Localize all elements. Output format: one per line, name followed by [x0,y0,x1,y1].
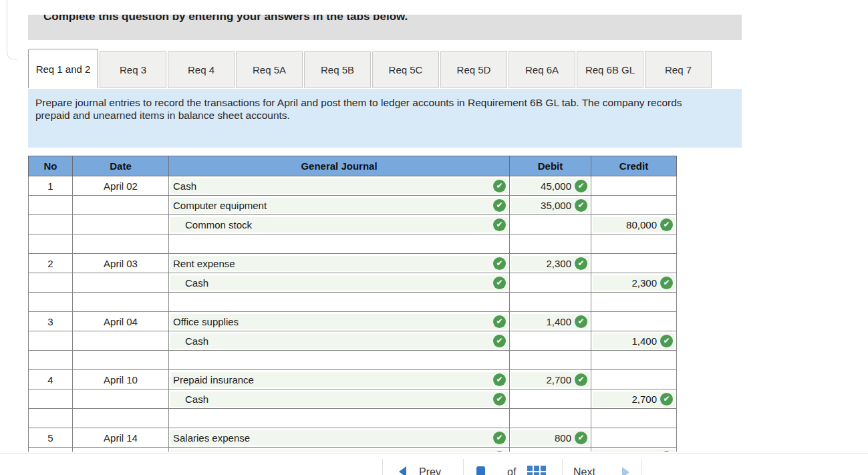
checkmark-circle-icon: ✔ [493,393,506,406]
entry-no-cell: 3 [29,312,73,331]
journal-row: ✔✔ [29,448,677,452]
account-cell [169,351,510,370]
debit-cell[interactable]: 35,000✔ [510,196,591,215]
question-page: Complete this question by entering your … [0,0,868,475]
account-cell[interactable]: ✔ [169,448,510,452]
account-cell [169,293,510,312]
column-header-general-journal: General Journal [169,156,510,176]
checkmark-circle-icon: ✔ [493,257,506,270]
credit-cell [591,176,677,196]
date-cell [73,448,169,452]
debit-cell[interactable]: 800✔ [510,428,591,448]
account-cell[interactable]: Computer equipment✔ [169,196,510,215]
account-cell[interactable]: Salaries expense✔ [169,428,510,448]
credit-cell[interactable]: 1,400✔ [591,331,677,351]
account-cell[interactable]: Cash✔ [169,389,510,409]
checkmark-circle-icon: ✔ [575,199,587,212]
account-cell[interactable]: Cash✔ [169,176,510,196]
journal-row: Cash✔2,300✔ [29,273,677,293]
tab-req-3[interactable]: Req 3 [100,51,166,88]
tab-req-1-and-2[interactable]: Req 1 and 2 [28,49,98,88]
next-arrow-icon[interactable] [622,467,629,475]
account-cell[interactable]: Cash✔ [169,273,510,293]
column-header-debit: Debit [510,156,591,176]
checkmark-circle-icon: ✔ [493,373,506,386]
debit-cell [510,273,591,293]
date-cell [73,234,169,254]
tab-req-5d[interactable]: Req 5D [440,51,507,88]
journal-row: Cash✔1,400✔ [29,331,677,351]
debit-cell-value: 45,000 [541,180,571,192]
checkmark-circle-icon: ✔ [660,277,673,289]
debit-cell[interactable]: 2,300✔ [510,254,591,273]
credit-cell [591,370,677,389]
debit-cell [510,215,591,234]
question-instructions-text: Complete this question by entering your … [43,15,408,23]
date-cell [73,215,169,234]
credit-cell[interactable]: 2,700✔ [591,389,677,409]
debit-cell [510,448,591,452]
credit-cell [591,428,677,448]
credit-cell-value: 2,700 [631,393,657,405]
entry-no-cell [29,351,73,370]
account-title: Cash [170,180,493,192]
date-cell: April 03 [73,254,169,273]
entry-no-cell [29,448,73,452]
journal-row: 2April 03Rent expense✔2,300✔ [29,254,677,273]
tab-req-5c[interactable]: Req 5C [372,51,439,88]
checkmark-circle-icon: ✔ [493,451,506,452]
debit-cell[interactable]: 2,700✔ [510,370,591,389]
credit-cell[interactable]: ✔ [591,448,677,452]
credit-cell [591,312,677,331]
pager-text: of [507,466,516,475]
spacer-row [29,293,677,312]
prev-button[interactable]: Prev [419,466,441,475]
account-cell[interactable]: Office supplies✔ [169,312,510,331]
date-cell: April 10 [73,370,169,389]
account-title: Prepaid insurance [170,374,493,385]
checkmark-circle-icon: ✔ [575,373,587,386]
credit-cell[interactable]: 80,000✔ [591,215,677,234]
credit-cell[interactable]: 2,300✔ [591,273,677,293]
account-cell[interactable]: Cash✔ [169,331,510,351]
debit-cell[interactable]: 45,000✔ [510,176,591,196]
debit-cell[interactable]: 1,400✔ [510,312,591,331]
date-cell [73,351,169,370]
journal-table: NoDateGeneral JournalDebitCredit 1April … [28,156,677,452]
question-map-grid-icon[interactable] [527,466,546,475]
tab-req-7[interactable]: Req 7 [645,51,712,88]
date-cell [73,389,169,409]
debit-cell-value: 2,300 [546,258,571,269]
checkmark-circle-icon: ✔ [575,257,587,270]
entry-no-cell: 2 [29,254,73,273]
account-cell [169,234,510,254]
column-header-credit: Credit [591,156,677,176]
next-button[interactable]: Next [573,466,595,475]
tab-req-6a[interactable]: Req 6A [509,51,575,88]
entry-no-cell [29,234,73,254]
prev-arrow-icon[interactable] [399,466,406,475]
journal-row: Computer equipment✔35,000✔ [29,196,677,215]
account-title: Salaries expense [170,432,493,444]
tab-req-5a[interactable]: Req 5A [236,51,303,88]
debit-cell [510,409,591,428]
credit-cell [591,293,677,312]
date-cell [73,273,169,293]
debit-cell-value: 2,700 [546,374,571,385]
bookmark-icon[interactable] [476,466,485,475]
account-cell[interactable]: Rent expense✔ [169,254,510,273]
account-title: Cash [170,277,493,289]
tab-req-5b[interactable]: Req 5B [304,51,371,88]
footer-divider [641,459,642,475]
instruction-panel: Prepare journal entries to record the tr… [28,89,742,148]
account-cell[interactable]: Prepaid insurance✔ [169,370,510,389]
entry-no-cell [29,273,73,293]
account-cell[interactable]: Common stock✔ [169,215,510,234]
debit-cell [510,293,591,312]
entry-no-cell [29,215,73,234]
entry-no-cell [29,389,73,409]
spacer-row [29,351,677,370]
instruction-text: Prepare journal entries to record the tr… [28,89,742,122]
tab-req-4[interactable]: Req 4 [168,51,235,88]
tab-req-6b-gl[interactable]: Req 6B GL [577,51,643,88]
